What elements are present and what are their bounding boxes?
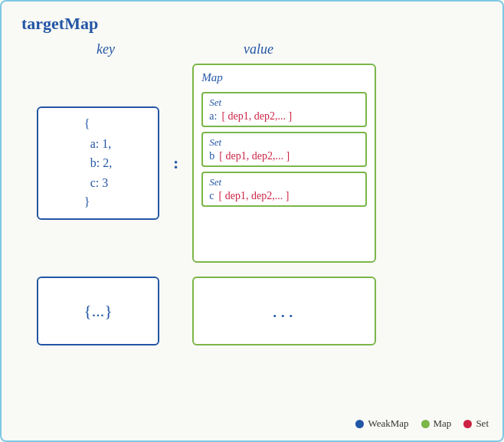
legend-map: Map — [421, 417, 452, 430]
main-diagram-row: { a: 1, b: 2, c: 3 } : Map Set a: [ dep1… — [14, 64, 490, 263]
value-map-box: Map Set a: [ dep1, dep2,... ] Set b [ de… — [192, 64, 376, 263]
legend-set: Set — [463, 417, 489, 430]
column-headers: key value — [14, 41, 490, 57]
ellipsis-text: ... — [273, 300, 297, 322]
key-close-brace: } — [84, 195, 90, 208]
map-label-legend: Map — [434, 417, 452, 430]
key-box-small-content: {...} — [83, 301, 113, 321]
key-box-small: {...} — [37, 277, 159, 345]
key-c: c: 3 — [84, 176, 109, 189]
set-content-a: a: [ dep1, dep2,... ] — [209, 110, 358, 123]
set-value-c: [ dep1, dep2,... ] — [219, 190, 290, 202]
set-key-b: b — [209, 150, 214, 162]
legend-weakmap: WeakMap — [355, 417, 408, 430]
key-open-brace: { — [84, 117, 90, 130]
set-key-a: a: — [209, 110, 217, 123]
key-b: b: 2, — [84, 156, 112, 169]
key-column-header: key — [44, 41, 167, 57]
key-box-main: { a: 1, b: 2, c: 3 } — [37, 106, 159, 220]
set-value-a: [ dep1, dep2,... ] — [221, 110, 292, 123]
key-a: a: 1, — [84, 137, 112, 150]
set-key-c: c — [209, 190, 214, 202]
map-label: Map — [201, 71, 367, 84]
map-dot — [421, 420, 430, 428]
key-box-content: { a: 1, b: 2, c: 3 } — [75, 108, 121, 218]
weakmap-label: WeakMap — [368, 417, 408, 430]
main-container: targetMap key value { a: 1, b: 2, c: 3 }… — [0, 0, 504, 442]
value-ellipsis-box: ... — [192, 277, 376, 345]
set-label-b: Set — [209, 136, 358, 149]
set-content-b: b [ dep1, dep2,... ] — [209, 150, 358, 162]
set-value-b: [ dep1, dep2,... ] — [219, 150, 290, 162]
weakmap-dot — [355, 420, 364, 428]
set-box-c: Set c [ dep1, dep2,... ] — [201, 172, 367, 207]
set-box-a: Set a: [ dep1, dep2,... ] — [201, 92, 367, 127]
colon-separator: : — [173, 153, 178, 173]
set-label-a: Set — [209, 97, 358, 109]
diagram-title: targetMap — [21, 14, 490, 34]
set-label-legend: Set — [476, 417, 489, 430]
value-column-header: value — [244, 41, 273, 57]
set-box-b: Set b [ dep1, dep2,... ] — [201, 132, 367, 167]
bottom-diagram-row: {...} : ... — [14, 277, 490, 345]
set-label-c: Set — [209, 176, 358, 188]
legend: WeakMap Map Set — [355, 417, 489, 430]
set-dot — [463, 420, 472, 428]
set-content-c: c [ dep1, dep2,... ] — [209, 190, 358, 202]
